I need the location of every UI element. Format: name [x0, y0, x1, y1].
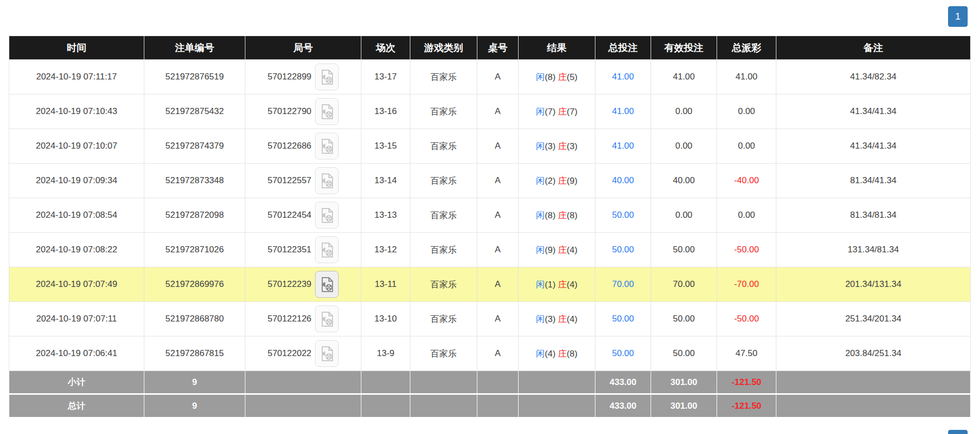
game-type-cell: 百家乐	[410, 129, 477, 164]
time-cell: 2024-10-19 07:10:07	[9, 129, 144, 164]
session-cell: 13-12	[361, 233, 410, 267]
total-bet-link[interactable]: 41.00	[612, 141, 634, 151]
total-bet-link[interactable]: 40.00	[612, 175, 634, 185]
table-header-row: 时间 注单编号 局号 场次 游戏类别 桌号 结果 总投注 有效投注 总派彩 备注	[9, 36, 971, 60]
video-replay-button[interactable]	[315, 236, 339, 263]
pagination-page-1-top[interactable]: 1	[948, 6, 968, 27]
total-bet-link[interactable]: 50.00	[612, 210, 634, 220]
video-replay-button[interactable]	[315, 202, 339, 229]
round-id-cell: 570122126	[245, 302, 361, 336]
video-replay-button[interactable]	[315, 271, 339, 298]
table-no-cell: A	[477, 129, 519, 164]
round-id-cell: 570122790	[245, 94, 361, 129]
video-replay-button[interactable]	[315, 306, 339, 332]
header-time: 时间	[9, 36, 144, 60]
result-player-label: 闲	[536, 72, 545, 82]
valid-bet-cell: 50.00	[651, 233, 717, 267]
game-type-cell: 百家乐	[410, 233, 477, 267]
result-banker-label: 庄	[558, 107, 567, 117]
table-no-cell: A	[477, 233, 519, 267]
pagination-page-1-bottom[interactable]: 1	[948, 430, 968, 434]
game-type-cell: 百家乐	[410, 198, 477, 233]
round-id-wrap: 570122557	[247, 167, 359, 194]
video-icon	[320, 277, 334, 293]
result-player-label: 闲	[536, 176, 545, 186]
subtotal-valid-bet: 301.00	[651, 371, 717, 394]
total-bet-cell: 50.00	[595, 302, 651, 336]
grand-total-label: 总计	[9, 394, 144, 417]
result-banker-points: (3)	[567, 141, 577, 151]
video-replay-button[interactable]	[315, 63, 339, 90]
total-bet-link[interactable]: 50.00	[612, 348, 634, 358]
table-row: 2024-10-19 07:07:49521972869976570122239…	[9, 267, 971, 302]
result-banker-points: (4)	[567, 245, 577, 255]
result-banker-points: (5)	[567, 72, 577, 82]
time-cell: 2024-10-19 07:07:49	[9, 267, 144, 302]
result-banker-label: 庄	[558, 176, 567, 186]
result-banker-label: 庄	[558, 314, 567, 324]
valid-bet-cell: 70.00	[651, 267, 717, 302]
payout-cell: -50.00	[717, 302, 776, 336]
video-replay-button[interactable]	[315, 340, 339, 367]
subtotal-label: 小计	[9, 371, 144, 394]
result-banker-label: 庄	[558, 245, 567, 255]
payout-cell: -70.00	[717, 267, 776, 302]
session-cell: 13-11	[361, 267, 410, 302]
payout-cell: 47.50	[717, 336, 776, 371]
result-player-label: 闲	[536, 245, 545, 255]
total-bet-link[interactable]: 41.00	[612, 106, 634, 116]
round-id: 570122239	[268, 279, 311, 290]
result-cell: 闲(7) 庄(7)	[519, 94, 595, 129]
result-banker-label: 庄	[558, 141, 567, 151]
remark-cell: 203.84/251.34	[776, 336, 971, 371]
subtotal-empty-result	[519, 371, 595, 394]
payout-cell: 0.00	[717, 129, 776, 164]
remark-cell: 81.34/81.34	[776, 198, 971, 233]
subtotal-total-bet: 433.00	[595, 371, 651, 394]
total-bet-link[interactable]: 70.00	[612, 279, 634, 289]
total-bet-link[interactable]: 50.00	[612, 245, 634, 254]
result-player-label: 闲	[536, 280, 545, 290]
round-id: 570122557	[268, 175, 311, 186]
remark-cell: 81.34/41.34	[776, 164, 971, 198]
remark-cell: 41.34/82.34	[776, 60, 971, 94]
payout-cell: 0.00	[717, 94, 776, 129]
total-bet-link[interactable]: 50.00	[612, 314, 634, 324]
grand-total-valid-bet: 301.00	[651, 394, 717, 417]
video-replay-button[interactable]	[315, 133, 339, 159]
session-cell: 13-14	[361, 164, 410, 198]
result-banker-points: (8)	[567, 211, 577, 220]
round-id: 570122022	[268, 348, 311, 359]
round-id-wrap: 570122686	[247, 133, 359, 159]
result-banker-label: 庄	[558, 72, 567, 82]
header-result: 结果	[519, 36, 595, 60]
valid-bet-cell: 41.00	[651, 60, 717, 94]
table-row: 2024-10-19 07:08:22521972871026570122351…	[9, 233, 971, 267]
time-cell: 2024-10-19 07:08:22	[9, 233, 144, 267]
round-id-wrap: 570122351	[247, 236, 359, 263]
time-cell: 2024-10-19 07:06:41	[9, 336, 144, 371]
result-player-points: (1)	[545, 280, 558, 290]
video-replay-button[interactable]	[315, 98, 339, 125]
table-no-cell: A	[477, 267, 519, 302]
video-icon	[320, 104, 334, 120]
valid-bet-cell: 50.00	[651, 336, 717, 371]
grand-total-empty-round	[245, 394, 361, 417]
round-id: 570122790	[268, 106, 311, 117]
session-cell: 13-15	[361, 129, 410, 164]
bet-records-table: 时间 注单编号 局号 场次 游戏类别 桌号 结果 总投注 有效投注 总派彩 备注…	[9, 36, 971, 417]
result-player-label: 闲	[536, 141, 545, 151]
result-cell: 闲(2) 庄(9)	[519, 164, 595, 198]
result-banker-points: (7)	[567, 107, 577, 117]
total-bet-cell: 41.00	[595, 60, 651, 94]
table-no-cell: A	[477, 94, 519, 129]
total-bet-link[interactable]: 41.00	[612, 72, 634, 82]
round-id: 570122351	[268, 245, 311, 255]
video-replay-button[interactable]	[315, 167, 339, 194]
video-icon	[320, 346, 334, 362]
total-bet-cell: 50.00	[595, 198, 651, 233]
session-cell: 13-9	[361, 336, 410, 371]
result-cell: 闲(3) 庄(3)	[519, 129, 595, 164]
result-player-label: 闲	[536, 314, 545, 324]
result-player-points: (4)	[545, 349, 558, 359]
